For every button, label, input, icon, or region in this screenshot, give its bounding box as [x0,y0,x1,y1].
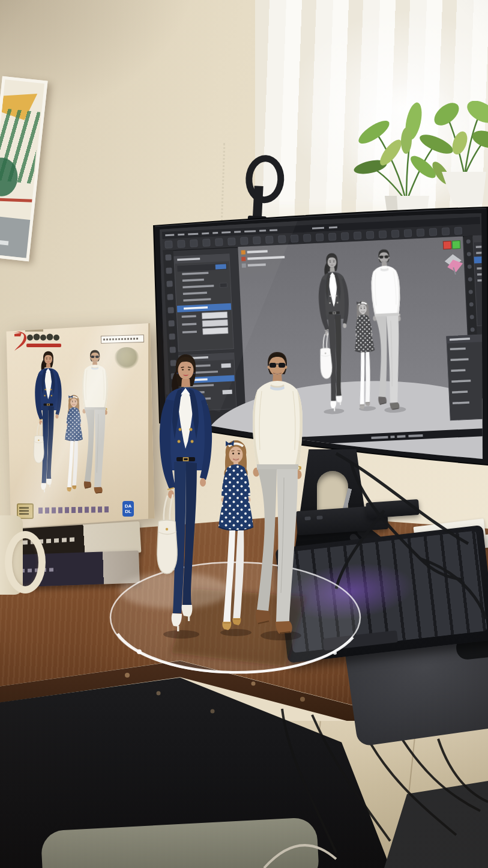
collector-box-face: DA DL [5,323,156,529]
poster-art-gray-band [0,216,32,258]
photo-scene: DA DL [0,0,488,868]
figurine-family [138,351,336,646]
properties-panel [447,333,488,420]
mug [0,515,23,595]
mug-handle [5,531,46,593]
desk-crumbs [0,0,2,2]
collector-box: DA DL [5,323,156,529]
box-sheen [5,323,156,529]
poster-art-red-line [0,198,32,202]
